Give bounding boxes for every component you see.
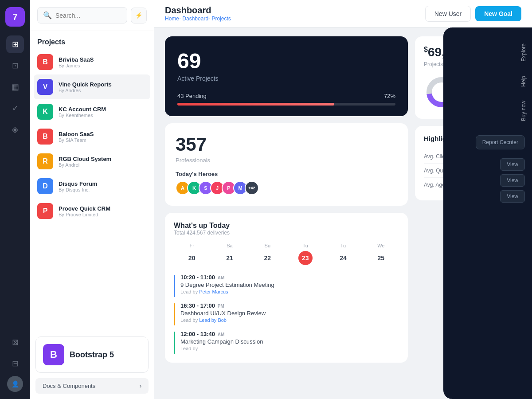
event-bar <box>174 332 175 354</box>
page-title: Dashboard <box>165 5 231 16</box>
explore-tab[interactable]: Explore <box>515 36 532 69</box>
new-user-button[interactable]: New User <box>425 6 471 22</box>
active-projects-bottom: 43 Pending 72% <box>177 93 395 106</box>
stats-row: 357 Professionals Today's Heroes AKSJPM+… <box>165 123 408 206</box>
day-name: Tu <box>302 243 308 248</box>
sidebar: 🔍 ⚡ Projects B Briviba SaaS By James V V… <box>30 0 154 399</box>
pending-pct: 72% <box>384 93 395 99</box>
schedule-header: What's up Today Total 424,567 deliveries <box>174 222 399 236</box>
nav-icon-check[interactable]: ✓ <box>6 99 24 117</box>
project-info: Disqus Forum By Disqus Inc. <box>59 180 97 192</box>
project-by: By Disqus Inc. <box>59 187 97 192</box>
chevron-right-icon: › <box>140 383 141 389</box>
event-title: Dashboard UI/UX Design Review <box>180 310 266 317</box>
professionals-label: Professionals <box>176 157 397 164</box>
nav-icon-grid2[interactable]: ⊟ <box>6 355 24 372</box>
docs-components-button[interactable]: Docs & Components › <box>35 378 149 394</box>
dark-overlay-panel: Explore Help Buy now Report Cecnter View… <box>443 27 532 399</box>
event-lead-name[interactable]: Peter Marcus <box>199 289 228 294</box>
project-item[interactable]: B Briviba SaaS By James <box>34 50 150 74</box>
project-name: KC Account CRM <box>59 106 106 113</box>
calendar-day[interactable]: We 25 <box>363 243 399 265</box>
calendar-day[interactable]: Tu 23 <box>287 243 323 265</box>
nav-icon-dashboard[interactable]: ⊞ <box>6 35 24 53</box>
project-item[interactable]: R RGB Cloud System By Andrei <box>34 149 150 174</box>
view-button-1[interactable]: View <box>500 158 525 171</box>
calendar-day[interactable]: Tu 24 <box>325 243 361 265</box>
sidebar-title: Projects <box>30 31 154 50</box>
help-tab[interactable]: Help <box>515 69 532 94</box>
project-by: By Proove Limited <box>59 212 110 217</box>
project-item[interactable]: V Vine Quick Reports By Andres <box>34 74 150 99</box>
event-lead: Lead by Lead by Bob <box>180 317 266 323</box>
search-icon: 🔍 <box>43 11 52 20</box>
event-item: 10:20 - 11:00 AM 9 Degree Project Estima… <box>174 274 399 297</box>
nav-icon-layers[interactable]: ◈ <box>6 121 24 138</box>
project-info: Vine Quick Reports By Andres <box>59 81 112 93</box>
nav-icon-chart[interactable]: ▦ <box>6 78 24 96</box>
new-goal-button[interactable]: New Goal <box>475 6 521 21</box>
calendar-day[interactable]: Su 22 <box>250 243 286 265</box>
user-avatar[interactable]: 👤 <box>7 376 23 392</box>
project-name: Vine Quick Reports <box>59 81 112 88</box>
topbar: Dashboard Home- Dashboard- Projects New … <box>154 0 532 27</box>
event-time: 12:00 - 13:40 AM <box>180 331 263 337</box>
view-button-3[interactable]: View <box>500 190 525 203</box>
project-info: Proove Quick CRM By Proove Limited <box>59 205 110 217</box>
calendar-day[interactable]: Sa 21 <box>211 243 247 265</box>
project-item[interactable]: P Proove Quick CRM By Proove Limited <box>34 199 150 223</box>
event-lead-name[interactable]: Lead by Bob <box>199 317 227 323</box>
event-details: 10:20 - 11:00 AM 9 Degree Project Estima… <box>180 274 274 294</box>
project-logo: B <box>37 129 53 145</box>
bootstrap-title: Bootstrap 5 <box>70 350 114 360</box>
event-lead: Lead by Peter Marcus <box>180 289 274 294</box>
event-details: 12:00 - 13:40 AM Marketing Campaign Disc… <box>180 331 263 351</box>
event-title: Marketing Campaign Discussion <box>180 338 263 345</box>
progress-bar-background <box>177 103 395 106</box>
day-name: Sa <box>227 243 232 248</box>
search-box[interactable]: 🔍 <box>37 7 127 23</box>
day-number: 20 <box>185 251 199 265</box>
view-button-2[interactable]: View <box>500 174 525 187</box>
filter-button[interactable]: ⚡ <box>131 8 147 23</box>
project-logo: D <box>37 178 53 194</box>
side-tabs: Explore Help Buy now <box>515 27 532 128</box>
event-bar <box>174 275 175 297</box>
heroes-label: Today's Heroes <box>176 171 397 177</box>
event-lead: Lead by <box>180 346 263 351</box>
event-title: 9 Degree Project Estimation Meeting <box>180 282 274 288</box>
day-number: 21 <box>223 251 237 265</box>
topbar-left: Dashboard Home- Dashboard- Projects <box>165 5 231 22</box>
nav-icon-grid[interactable]: ⊡ <box>6 57 24 74</box>
project-item[interactable]: D Disqus Forum By Disqus Inc. <box>34 174 150 199</box>
user-number-badge[interactable]: 7 <box>5 7 25 27</box>
day-number: 22 <box>260 251 274 265</box>
calendar-day[interactable]: Fr 20 <box>174 243 210 265</box>
active-projects-card: 69 Active Projects 43 Pending 72% <box>165 36 408 116</box>
day-name: Su <box>265 243 270 248</box>
left-navigation: 7 ⊞ ⊡ ▦ ✓ ◈ ⊠ ⊟ 👤 <box>0 0 30 399</box>
progress-bar-fill <box>177 103 334 106</box>
professionals-count: 357 <box>176 134 397 155</box>
event-bar <box>174 303 175 325</box>
nav-icon-sidebar[interactable]: ⊠ <box>6 333 24 351</box>
day-number: 24 <box>336 251 350 265</box>
event-details: 16:30 - 17:00 PM Dashboard UI/UX Design … <box>180 302 266 323</box>
event-item: 16:30 - 17:00 PM Dashboard UI/UX Design … <box>174 302 399 325</box>
project-name: Proove Quick CRM <box>59 205 110 212</box>
calendar-days: Fr 20 Sa 21 Su 22 Tu 23 Tu 24 We 25 <box>174 243 399 265</box>
schedule-subtitle: Total 424,567 deliveries <box>174 230 230 236</box>
report-center-button[interactable]: Report Cecnter <box>476 135 525 149</box>
project-item[interactable]: K KC Account CRM By Keenthemes <box>34 99 150 124</box>
content-left: 69 Active Projects 43 Pending 72% 357 Pr… <box>165 36 408 390</box>
buy-now-tab[interactable]: Buy now <box>515 94 532 128</box>
project-logo: B <box>37 54 53 70</box>
project-name: RGB Cloud System <box>59 156 111 162</box>
search-input[interactable] <box>55 12 121 19</box>
project-info: KC Account CRM By Keenthemes <box>59 106 106 118</box>
event-item: 12:00 - 13:40 AM Marketing Campaign Disc… <box>174 331 399 354</box>
project-by: By Andres <box>59 88 112 93</box>
project-item[interactable]: B Baloon SaaS By SIA Team <box>34 124 150 149</box>
project-by: By Andrei <box>59 162 111 168</box>
breadcrumb: Home- Dashboard- Projects <box>165 16 231 22</box>
